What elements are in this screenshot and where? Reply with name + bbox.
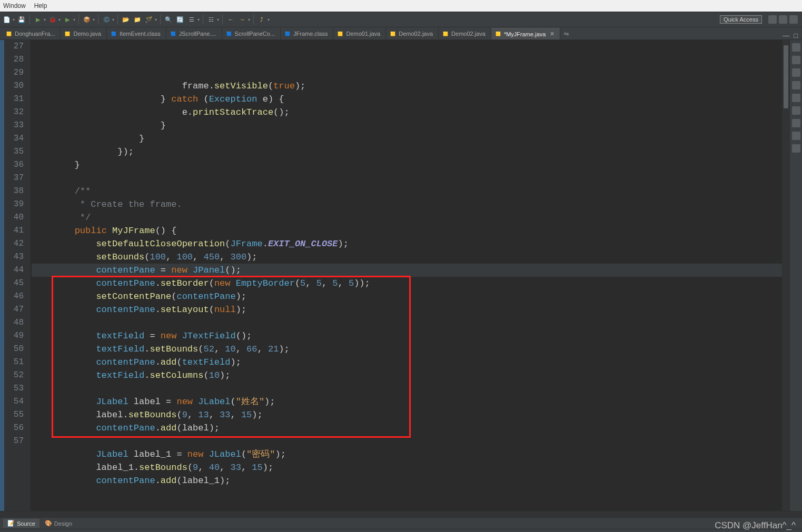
code-line[interactable]: label.setBounds(9, 13, 33, 15); [32,408,782,421]
code-line[interactable]: * Create the frame. [32,198,782,211]
editor-tab[interactable]: 🟨Demo01.java [333,28,386,39]
editor-tab[interactable]: 🟦ItemEvent.class [107,28,166,39]
code-line[interactable]: contentPane.setLayout(null); [32,303,782,316]
code-line[interactable]: contentPane.add(textField); [32,356,782,369]
line-number[interactable]: 52 [0,369,24,382]
line-gutter[interactable]: 2728293031323334353637383940414243444546… [0,40,31,511]
code-line[interactable]: setContentPane(contentPane); [32,290,782,303]
menu-window[interactable]: Window [3,2,26,9]
editor-tab[interactable]: 🟨Demo02.java [439,28,491,39]
new-class-icon[interactable]: Ⓒ [102,15,111,24]
code-line[interactable]: /** [32,185,782,198]
code-line[interactable]: public MyJFrame() { [32,224,782,237]
line-number[interactable]: 55 [0,408,24,421]
code-line[interactable]: } [32,158,782,172]
horizontal-scrollbar[interactable] [0,511,802,517]
code-line[interactable] [32,382,782,395]
new-icon[interactable]: 📄 [2,15,12,24]
editor-tab[interactable]: 🟨DonghuanFra... [2,28,61,39]
maximize-view-icon[interactable]: □ [794,32,798,39]
line-number[interactable]: 57 [0,435,24,448]
line-number[interactable]: 42 [0,237,24,250]
line-number[interactable]: 34 [0,132,24,145]
scrollbar-thumb[interactable] [784,45,788,108]
line-number[interactable]: 32 [0,106,24,119]
run-icon[interactable]: ▶ [33,15,43,24]
line-number[interactable]: 53 [0,382,24,395]
code-line[interactable]: textField.setColumns(10); [32,369,782,382]
nav-back-icon[interactable]: ← [226,15,235,24]
editor-tab[interactable]: 🟨Demo.java [61,28,107,39]
line-number[interactable]: 45 [0,277,24,290]
perspective-switcher[interactable] [768,15,798,24]
task-list-icon[interactable] [792,56,800,64]
editor-tab[interactable]: 🟨Demo02.java [386,28,439,39]
line-number[interactable]: 33 [0,119,24,132]
line-number[interactable]: 29 [0,66,24,79]
line-number[interactable]: 35 [0,145,24,158]
editor-tab[interactable]: 🟦JScrollPane.... [166,28,222,39]
line-number[interactable]: 27 [0,40,24,53]
code-line[interactable]: } [32,119,782,132]
code-line[interactable]: }); [32,145,782,158]
code-line[interactable] [32,435,782,448]
code-line[interactable]: setBounds(100, 100, 450, 300); [32,250,782,264]
outline-view-icon[interactable] [792,43,800,52]
tab-overflow-button[interactable]: »₂ [560,30,572,37]
snippets-icon[interactable] [792,132,800,140]
line-number[interactable]: 38 [0,185,24,198]
code-line[interactable]: JLabel label = new JLabel("姓名"); [32,395,782,408]
line-number[interactable]: 48 [0,316,24,329]
menu-help[interactable]: Help [34,2,47,9]
line-number[interactable]: 41 [0,224,24,237]
line-number[interactable]: 46 [0,290,24,303]
code-line[interactable]: } catch (Exception e) { [32,93,782,106]
markers-icon[interactable] [792,144,800,153]
properties-icon[interactable] [792,94,800,102]
run-last-icon[interactable]: ▶ [63,15,72,24]
code-line[interactable]: } [32,132,782,145]
line-number[interactable]: 40 [0,211,24,224]
quick-access-input[interactable]: Quick Access [720,15,762,24]
code-line[interactable]: contentPane.add(label_1); [32,474,782,487]
code-line[interactable]: setDefaultCloseOperation(JFrame.EXIT_ON_… [32,237,782,250]
code-line[interactable]: contentPane = new JPanel(); [32,264,782,277]
tab-design[interactable]: 🎨 Design [41,519,76,528]
line-number[interactable]: 44 [0,264,24,277]
line-number[interactable]: 28 [0,53,24,66]
code-line[interactable]: e.printStackTrace(); [32,106,782,119]
data-icon[interactable] [792,119,800,127]
editor-tab[interactable]: 🟦ScrollPaneCo... [222,28,281,39]
code-line[interactable] [32,172,782,185]
code-line[interactable]: textField = new JTextField(); [32,329,782,343]
tab-source[interactable]: 📝 Source [3,519,39,528]
line-number[interactable]: 49 [0,329,24,343]
new-package-icon[interactable]: 📦 [82,15,92,24]
line-number[interactable]: 36 [0,158,24,172]
line-number[interactable]: 30 [0,79,24,93]
code-line[interactable]: frame.setVisible(true); [32,79,782,93]
line-number[interactable]: 51 [0,356,24,369]
line-number[interactable]: 56 [0,421,24,435]
step-icon[interactable]: ⤴ [257,15,266,24]
nav-forward-icon[interactable]: → [237,15,247,24]
line-number[interactable]: 47 [0,303,24,316]
line-number[interactable]: 54 [0,395,24,408]
palette-icon[interactable] [792,81,800,89]
sync-icon[interactable]: 🔄 [175,15,185,24]
code-line[interactable]: */ [32,211,782,224]
open-task-icon[interactable]: 📁 [133,15,142,24]
code-line[interactable]: label_1.setBounds(9, 40, 33, 15); [32,461,782,474]
perspective-debug-icon[interactable] [779,15,787,24]
line-number[interactable]: 31 [0,93,24,106]
line-number[interactable]: 50 [0,343,24,356]
wand-icon[interactable]: 🪄 [144,15,154,24]
search-icon[interactable]: 🔍 [164,15,173,24]
code-line[interactable]: textField.setBounds(52, 10, 66, 21); [32,343,782,356]
code-line[interactable]: contentPane.add(label); [32,421,782,435]
beans-icon[interactable] [792,106,800,115]
close-icon[interactable]: ✕ [550,31,555,37]
overview-ruler[interactable] [782,40,789,511]
minimize-view-icon[interactable]: — [783,32,789,39]
code-line[interactable]: contentPane.setBorder(new EmptyBorder(5,… [32,277,782,290]
